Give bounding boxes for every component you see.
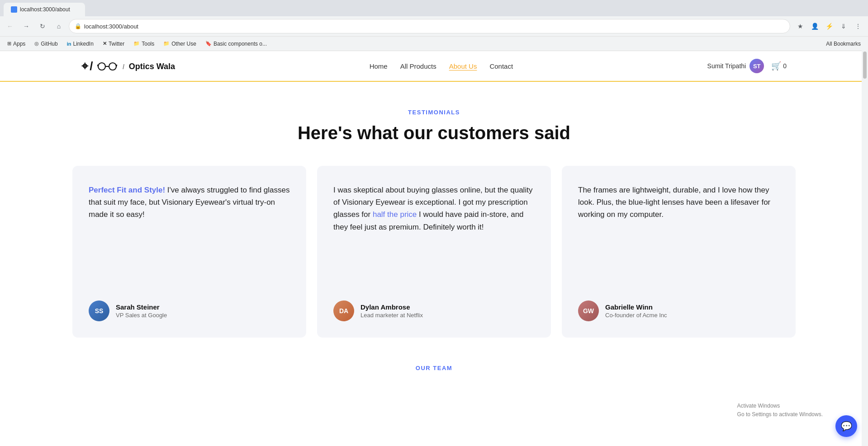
linkedin-icon: in	[67, 41, 71, 47]
download-button[interactable]: ⇓	[837, 20, 850, 33]
testimonials-grid: Perfect Fit and Style! I've always strug…	[72, 166, 796, 338]
header-right: Sumit Tripathi ST 🛒 0	[707, 59, 787, 73]
testimonial-card-dylan: I was skeptical about buying glasses onl…	[317, 166, 551, 338]
browser-chrome: localhost:3000/about ← → ↻ ⌂ 🔒 localhost…	[0, 0, 868, 51]
bookmark-tools[interactable]: 📁 Tools	[130, 40, 158, 48]
cart-icon: 🛒	[771, 61, 781, 71]
sarah-avatar: SS	[89, 300, 109, 321]
basic-components-icon: 🔖	[205, 41, 212, 47]
bookmark-apps-label: Apps	[13, 41, 25, 47]
logo-name: / Optics Wala	[97, 61, 175, 71]
chat-button[interactable]: 💬	[835, 415, 857, 437]
testimonials-section: TESTIMONIALS Here's what our customers s…	[72, 109, 796, 338]
bookmark-other-use[interactable]: 📁 Other Use	[160, 40, 200, 48]
website: ⌖ / / Optics Wala Home All Products Abou…	[0, 51, 868, 446]
github-icon: ◎	[34, 41, 39, 47]
nav-all-products[interactable]: All Products	[400, 62, 436, 70]
address-text: localhost:3000/about	[84, 23, 784, 30]
testimonial-text-gabrielle: The frames are lightweight, durable, and…	[578, 184, 779, 273]
bookmark-github[interactable]: ◎ GitHub	[31, 40, 61, 48]
our-team-section: OUR TEAM	[72, 365, 796, 371]
reload-button[interactable]: ↻	[36, 20, 49, 33]
bookmarks-bar: ⊞ Apps ◎ GitHub in LinkedIn ✕ Twitter 📁 …	[0, 36, 868, 51]
nav-contact[interactable]: Contact	[489, 62, 513, 70]
gabrielle-title: Co-founder of Acme Inc	[605, 312, 667, 319]
site-nav: Home All Products About Us Contact	[370, 62, 513, 70]
back-button[interactable]: ←	[4, 20, 16, 33]
forward-button[interactable]: →	[20, 20, 33, 33]
bookmark-basic-components[interactable]: 🔖 Basic components o...	[202, 40, 270, 48]
svg-point-0	[98, 63, 105, 70]
testimonial-text-dylan: I was skeptical about buying glasses onl…	[333, 184, 535, 273]
main-content: TESTIMONIALS Here's what our customers s…	[0, 82, 868, 408]
all-bookmarks-label: All Bookmarks	[826, 41, 861, 47]
tools-folder-icon: 📁	[133, 41, 140, 47]
svg-point-1	[109, 63, 116, 70]
user-info[interactable]: Sumit Tripathi ST	[707, 59, 764, 73]
glasses-svg	[97, 62, 117, 71]
home-button[interactable]: ⌂	[52, 20, 65, 33]
browser-actions: ★ 👤 ⚡ ⇓ ⋮	[794, 20, 864, 33]
address-bar[interactable]: 🔒 localhost:3000/about	[69, 19, 790, 33]
nav-about-us[interactable]: About Us	[449, 62, 477, 70]
gabrielle-author: GW Gabrielle Winn Co-founder of Acme Inc	[578, 291, 779, 321]
dylan-name: Dylan Ambrose	[360, 303, 423, 311]
sarah-author: SS Sarah Steiner VP Sales at Google	[89, 291, 290, 321]
dylan-avatar: DA	[333, 300, 354, 321]
gabrielle-name: Gabrielle Winn	[605, 303, 667, 311]
chat-icon: 💬	[841, 421, 852, 432]
twitter-icon: ✕	[103, 41, 107, 47]
extension-button[interactable]: ⚡	[823, 20, 835, 33]
testimonial-text-sarah: Perfect Fit and Style! I've always strug…	[89, 184, 290, 273]
bookmark-github-label: GitHub	[41, 41, 57, 47]
user-avatar: ST	[749, 59, 764, 73]
dylan-info: Dylan Ambrose Lead marketer at Netflix	[360, 303, 423, 319]
site-header: ⌖ / / Optics Wala Home All Products Abou…	[0, 51, 868, 82]
dylan-highlight: half the price	[373, 210, 417, 219]
bookmark-basic-components-label: Basic components o...	[213, 41, 267, 47]
scrollbar-thumb[interactable]	[863, 52, 867, 79]
testimonials-title: Here's what our customers said	[72, 123, 796, 143]
more-button[interactable]: ⋮	[852, 20, 864, 33]
apps-icon: ⊞	[7, 41, 11, 47]
profile-button[interactable]: 👤	[808, 20, 821, 33]
cart-count: 0	[783, 62, 787, 70]
active-tab[interactable]: localhost:3000/about	[4, 3, 85, 16]
testimonials-label: TESTIMONIALS	[72, 109, 796, 116]
bookmark-twitter[interactable]: ✕ Twitter	[99, 40, 128, 48]
dylan-author: DA Dylan Ambrose Lead marketer at Netfli…	[333, 291, 535, 321]
our-team-label: OUR TEAM	[72, 365, 796, 371]
gabrielle-info: Gabrielle Winn Co-founder of Acme Inc	[605, 303, 667, 319]
nav-bar: ← → ↻ ⌂ 🔒 localhost:3000/about ★ 👤 ⚡ ⇓ ⋮	[0, 16, 868, 36]
bookmark-apps[interactable]: ⊞ Apps	[4, 40, 29, 48]
tab-favicon	[11, 6, 17, 13]
other-use-folder-icon: 📁	[163, 41, 170, 47]
all-bookmarks-button[interactable]: All Bookmarks	[822, 40, 864, 48]
bookmark-linkedin-label: LinkedIn	[73, 41, 94, 47]
tab-title: localhost:3000/about	[20, 6, 70, 13]
glasses-icon: ⌖ /	[81, 59, 92, 73]
bookmark-tools-label: Tools	[142, 41, 154, 47]
bookmark-other-use-label: Other Use	[171, 41, 196, 47]
testimonial-card-sarah: Perfect Fit and Style! I've always strug…	[72, 166, 306, 338]
sarah-name: Sarah Steiner	[116, 303, 167, 311]
user-name: Sumit Tripathi	[707, 62, 746, 70]
tab-bar: localhost:3000/about	[0, 0, 868, 16]
testimonial-card-gabrielle: The frames are lightweight, durable, and…	[562, 166, 796, 338]
bookmark-linkedin[interactable]: in LinkedIn	[63, 40, 97, 48]
lock-icon: 🔒	[75, 23, 81, 29]
sarah-info: Sarah Steiner VP Sales at Google	[116, 303, 167, 319]
cart-button[interactable]: 🛒 0	[771, 61, 787, 71]
bookmark-star-button[interactable]: ★	[794, 20, 806, 33]
dylan-title: Lead marketer at Netflix	[360, 312, 423, 319]
bookmark-twitter-label: Twitter	[109, 41, 124, 47]
sarah-highlight: Perfect Fit and Style!	[89, 186, 165, 194]
scrollbar[interactable]	[862, 51, 868, 446]
sarah-title: VP Sales at Google	[116, 312, 167, 319]
gabrielle-avatar: GW	[578, 300, 599, 321]
site-name: Optics Wala	[129, 62, 175, 71]
nav-home[interactable]: Home	[370, 62, 388, 70]
gabrielle-body: The frames are lightweight, durable, and…	[578, 186, 770, 219]
logo[interactable]: ⌖ / / Optics Wala	[81, 59, 175, 73]
